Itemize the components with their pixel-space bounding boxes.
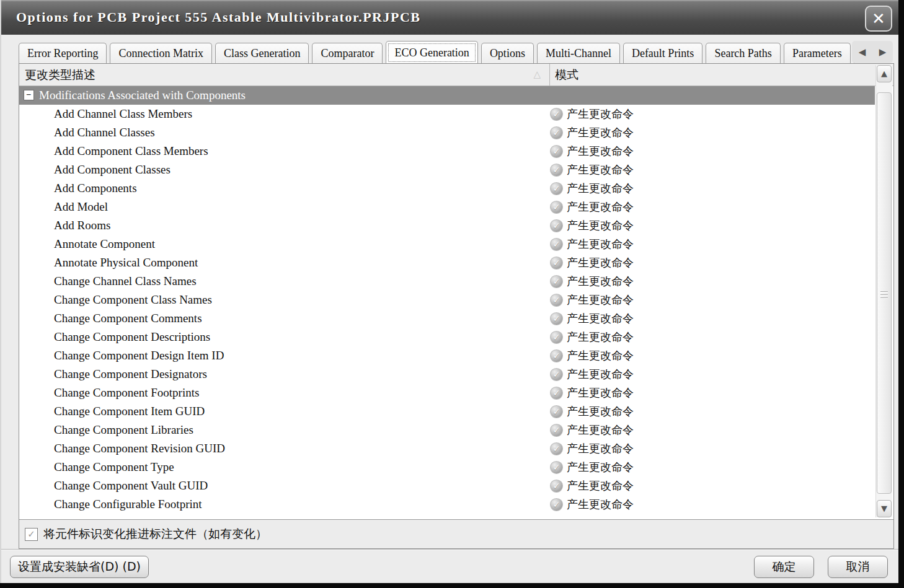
mode-cell[interactable]: ✓ 产生更改命令 — [550, 179, 634, 198]
check-glyph: ✓ — [553, 351, 561, 360]
mode-cell[interactable]: ✓ 产生更改命令 — [550, 439, 634, 458]
table-row[interactable]: Add Component Classes ✓ 产生更改命令 — [19, 160, 875, 179]
mode-cell[interactable]: ✓ 产生更改命令 — [550, 384, 634, 402]
scroll-down-icon[interactable]: ▼ — [877, 500, 892, 517]
close-button[interactable]: ✕ — [865, 6, 892, 32]
dialog-button-bar: 设置成安装缺省(D) (D) 确定 取消 — [1, 550, 898, 583]
table-row[interactable]: Change Component Descriptions ✓ 产生更改命令 — [19, 328, 875, 346]
mode-cell[interactable]: ✓ 产生更改命令 — [550, 235, 634, 253]
mode-cell[interactable]: ✓ 产生更改命令 — [550, 495, 634, 514]
table-row[interactable]: Change Component Libraries ✓ 产生更改命令 — [19, 421, 875, 439]
table-row[interactable]: Change Channel Class Names ✓ 产生更改命令 — [19, 272, 875, 291]
table-row[interactable]: Annotate Physical Component ✓ 产生更改命令 — [19, 253, 875, 272]
push-annotation-checkbox[interactable]: ✓ — [25, 528, 38, 541]
mode-cell[interactable]: ✓ 产生更改命令 — [550, 421, 634, 439]
mode-label: 产生更改命令 — [567, 421, 634, 439]
set-install-defaults-button[interactable]: 设置成安装缺省(D) (D) — [10, 556, 149, 578]
table-row[interactable]: Change Component Vault GUID ✓ 产生更改命令 — [19, 476, 875, 495]
check-glyph: ✓ — [553, 165, 561, 174]
tab[interactable]: Error Reporting — [19, 43, 107, 63]
mode-cell[interactable]: ✓ 产生更改命令 — [550, 346, 634, 365]
change-type-cell: Add Component Class Members — [54, 142, 208, 160]
table-row[interactable]: Add Components ✓ 产生更改命令 — [19, 179, 875, 198]
table-header: 更改类型描述 △ 模式 — [19, 64, 893, 86]
options-dialog: Options for PCB Project 555 Astable Mult… — [0, 0, 898, 583]
table-row[interactable]: Change Component Revision GUID ✓ 产生更改命令 — [19, 439, 875, 458]
tab[interactable]: Options — [481, 43, 534, 63]
column-header-mode[interactable]: 模式 — [550, 64, 875, 86]
mode-cell[interactable]: ✓ 产生更改命令 — [550, 291, 634, 309]
mode-cell[interactable]: ✓ 产生更改命令 — [550, 309, 634, 328]
tab[interactable]: Parameters — [784, 43, 851, 63]
table-row[interactable]: Add Channel Classes ✓ 产生更改命令 — [19, 123, 875, 142]
change-type-cell: Change Component Descriptions — [54, 328, 210, 346]
change-type-cell: Add Component Classes — [54, 160, 171, 179]
mode-check-icon: ✓ — [550, 480, 563, 493]
push-annotation-label: 将元件标识变化推进标注文件（如有变化） — [43, 526, 267, 542]
table-row[interactable]: Change Configurable Footprint ✓ 产生更改命令 — [19, 495, 875, 514]
check-glyph: ✓ — [553, 444, 561, 453]
cancel-button[interactable]: 取消 — [828, 556, 888, 578]
column-header-description[interactable]: 更改类型描述 △ — [19, 64, 550, 86]
mode-cell[interactable]: ✓ 产生更改命令 — [550, 198, 634, 216]
mode-cell[interactable]: ✓ 产生更改命令 — [550, 272, 634, 291]
table-row[interactable]: Change Component Designators ✓ 产生更改命令 — [19, 365, 875, 384]
table-row[interactable]: Change Component Class Names ✓ 产生更改命令 — [19, 291, 875, 309]
tab[interactable]: Default Prints — [623, 43, 703, 63]
table-row[interactable]: Change Component Footprints ✓ 产生更改命令 — [19, 384, 875, 402]
scrollbar-thumb[interactable] — [877, 92, 892, 494]
tab[interactable]: Multi-Channel — [537, 43, 620, 63]
vertical-scrollbar[interactable]: ▲ ▼ — [875, 65, 892, 517]
mode-check-icon: ✓ — [550, 331, 563, 344]
tab-scroll-left-icon[interactable]: ◀ — [856, 45, 869, 59]
mode-label: 产生更改命令 — [567, 142, 634, 160]
collapse-icon[interactable]: − — [24, 90, 34, 100]
change-type-cell: Annotate Physical Component — [54, 253, 198, 272]
table-row[interactable]: Change Component Type ✓ 产生更改命令 — [19, 458, 875, 476]
table-row[interactable]: Annotate Component ✓ 产生更改命令 — [19, 235, 875, 253]
mode-cell[interactable]: ✓ 产生更改命令 — [550, 458, 634, 476]
tab[interactable]: Class Generation — [215, 43, 309, 63]
mode-label: 产生更改命令 — [567, 216, 634, 235]
mode-cell[interactable]: ✓ 产生更改命令 — [550, 216, 634, 235]
mode-cell[interactable]: ✓ 产生更改命令 — [550, 402, 634, 421]
check-glyph: ✓ — [553, 221, 561, 230]
tab[interactable]: Comparator — [312, 43, 383, 63]
tab[interactable]: Connection Matrix — [110, 43, 211, 63]
table-row[interactable]: Add Channel Class Members ✓ 产生更改命令 — [19, 105, 875, 123]
mode-cell[interactable]: ✓ 产生更改命令 — [550, 365, 634, 384]
table-row[interactable]: Change Component Item GUID ✓ 产生更改命令 — [19, 402, 875, 421]
tab[interactable]: Search Paths — [706, 43, 780, 63]
table-row[interactable]: Add Model ✓ 产生更改命令 — [19, 198, 875, 216]
change-type-cell: Add Model — [54, 198, 108, 216]
table-row[interactable]: Change Component Comments ✓ 产生更改命令 — [19, 309, 875, 328]
change-type-cell: Add Components — [54, 179, 137, 198]
check-glyph: ✓ — [553, 407, 561, 416]
change-type-cell: Change Configurable Footprint — [54, 495, 202, 514]
mode-cell[interactable]: ✓ 产生更改命令 — [550, 142, 634, 160]
change-type-cell: Change Component Item GUID — [54, 402, 205, 421]
scroll-up-icon[interactable]: ▲ — [877, 65, 892, 82]
tab[interactable]: ECO Generation — [386, 41, 477, 63]
check-glyph: ✓ — [553, 481, 561, 490]
check-glyph: ✓ — [553, 388, 561, 397]
tab-scroll-right-icon[interactable]: ▶ — [877, 45, 889, 59]
table-row[interactable]: Add Rooms ✓ 产生更改命令 — [19, 216, 875, 235]
mode-cell[interactable]: ✓ 产生更改命令 — [550, 253, 634, 272]
scrollbar-grip — [880, 289, 888, 301]
mode-cell[interactable]: ✓ 产生更改命令 — [550, 160, 634, 179]
table-row[interactable]: Add Component Class Members ✓ 产生更改命令 — [19, 142, 875, 160]
group-row-modifications[interactable]: − Modifications Associated with Componen… — [19, 86, 875, 105]
close-icon: ✕ — [872, 9, 885, 28]
checkbox-check-icon: ✓ — [27, 530, 35, 539]
mode-check-icon: ✓ — [550, 126, 563, 139]
check-glyph: ✓ — [553, 147, 561, 156]
table-row[interactable]: Change Component Design Item ID ✓ 产生更改命令 — [19, 346, 875, 365]
tab-list: Error ReportingConnection MatrixClass Ge… — [19, 40, 862, 63]
mode-cell[interactable]: ✓ 产生更改命令 — [550, 328, 634, 346]
mode-label: 产生更改命令 — [567, 476, 634, 495]
mode-cell[interactable]: ✓ 产生更改命令 — [550, 123, 634, 142]
ok-button[interactable]: 确定 — [754, 556, 814, 578]
mode-cell[interactable]: ✓ 产生更改命令 — [550, 105, 634, 123]
mode-cell[interactable]: ✓ 产生更改命令 — [550, 476, 634, 495]
